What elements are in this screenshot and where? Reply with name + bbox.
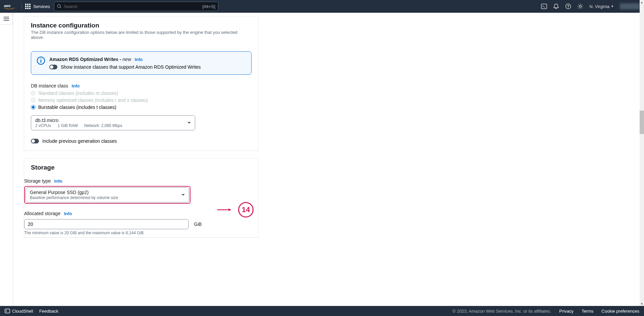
global-search[interactable]: [Alt+S]	[54, 2, 218, 11]
top-navigation: aws Services [Alt+S] ? N. Virginia ▼	[0, 0, 644, 13]
services-label: Services	[33, 4, 50, 9]
scroll-up-arrow[interactable]: ▲	[640, 0, 644, 4]
svg-line-2	[60, 7, 61, 8]
aws-logo[interactable]: aws	[4, 3, 15, 10]
cloudshell-icon[interactable]	[541, 3, 547, 9]
search-icon	[57, 4, 62, 9]
svg-text:aws: aws	[4, 4, 11, 8]
notifications-icon[interactable]	[553, 3, 559, 9]
svg-point-6	[579, 5, 581, 7]
settings-icon[interactable]	[577, 3, 583, 9]
account-menu[interactable]	[620, 3, 640, 9]
divider	[21, 3, 22, 10]
region-selector[interactable]: N. Virginia ▼	[589, 4, 614, 9]
region-label: N. Virginia	[589, 4, 609, 9]
help-icon[interactable]: ?	[565, 3, 571, 9]
svg-point-1	[57, 4, 60, 7]
svg-rect-3	[541, 4, 547, 9]
grid-icon	[25, 4, 31, 9]
chevron-down-icon: ▼	[611, 5, 614, 8]
search-input[interactable]	[64, 4, 202, 9]
search-shortcut: [Alt+S]	[202, 4, 215, 9]
svg-text:?: ?	[567, 4, 570, 8]
services-menu[interactable]: Services	[25, 4, 50, 9]
